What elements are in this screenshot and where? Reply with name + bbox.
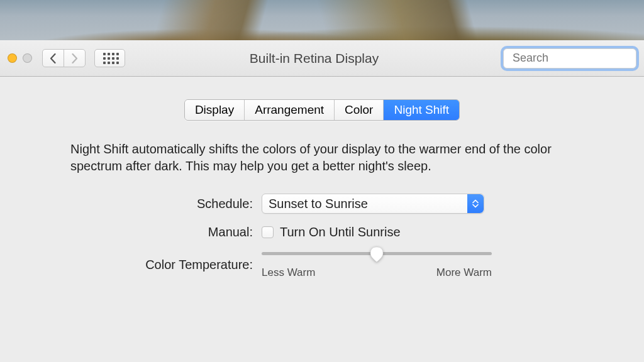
grid-icon	[103, 53, 117, 64]
manual-label: Manual:	[89, 225, 253, 239]
night-shift-form: Schedule: Sunset to Sunrise Manual: Turn…	[89, 194, 555, 279]
tab-arrangement[interactable]: Arrangement	[245, 100, 335, 120]
forward-button[interactable]	[64, 49, 86, 67]
slider-labels: Less Warm More Warm	[262, 266, 492, 279]
tab-display[interactable]: Display	[185, 100, 245, 120]
schedule-select[interactable]: Sunset to Sunrise	[262, 194, 484, 214]
disabled-traffic-light	[23, 53, 32, 63]
back-button[interactable]	[42, 49, 64, 67]
color-temperature-label: Color Temperature:	[89, 258, 253, 272]
chevron-left-icon	[50, 53, 57, 63]
slider-max-label: More Warm	[436, 266, 492, 279]
manual-checkbox[interactable]	[262, 226, 274, 238]
pane-content: Display Arrangement Color Night Shift Ni…	[0, 77, 644, 362]
search-input[interactable]	[513, 52, 644, 65]
manual-row: Turn On Until Sunrise	[262, 225, 555, 239]
window-title: Built-in Retina Display	[131, 51, 497, 66]
minimize-button[interactable]	[8, 53, 17, 63]
slider-min-label: Less Warm	[262, 266, 315, 279]
schedule-label: Schedule:	[89, 197, 253, 211]
window-traffic-lights	[8, 53, 32, 63]
chevron-right-icon	[71, 53, 78, 63]
night-shift-description: Night Shift automatically shifts the col…	[70, 141, 574, 175]
window-toolbar: Built-in Retina Display	[0, 40, 644, 77]
color-temperature-control: Less Warm More Warm	[262, 251, 492, 279]
chevron-down-icon	[472, 204, 479, 208]
search-field-wrap[interactable]	[503, 48, 636, 69]
slider-thumb[interactable]	[369, 246, 384, 261]
color-temperature-slider[interactable]	[262, 252, 492, 255]
nav-button-group	[42, 49, 86, 67]
tab-bar: Display Arrangement Color Night Shift	[184, 99, 460, 121]
tab-color[interactable]: Color	[335, 100, 384, 120]
show-all-button[interactable]	[94, 49, 125, 67]
schedule-value: Sunset to Sunrise	[269, 197, 368, 211]
tab-night-shift[interactable]: Night Shift	[384, 100, 459, 120]
select-stepper[interactable]	[467, 194, 484, 213]
chevron-up-icon	[472, 199, 479, 204]
desktop-wallpaper	[0, 0, 644, 40]
manual-checkbox-label: Turn On Until Sunrise	[280, 225, 401, 239]
